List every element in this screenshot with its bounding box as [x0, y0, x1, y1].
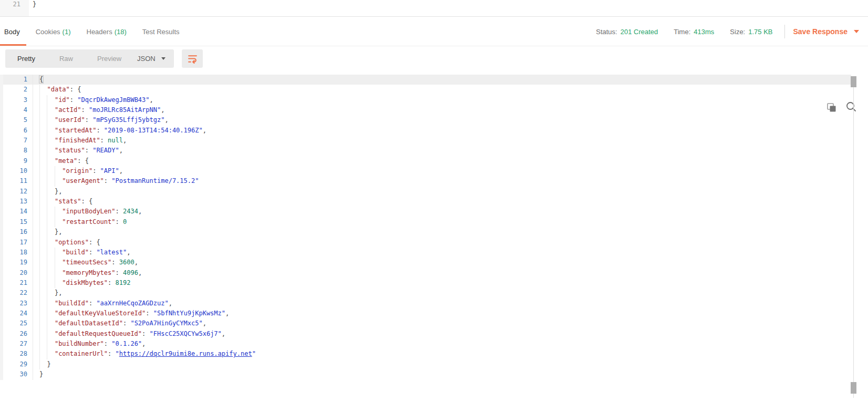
- line-number: 4: [0, 105, 27, 115]
- code-line-text: "finishedAt": null,: [39, 136, 127, 146]
- code-line-text: "restartCount": 0: [39, 217, 127, 227]
- code-line: 19 "timeoutSecs": 3600,: [0, 258, 851, 268]
- tab-label: Headers: [87, 28, 112, 36]
- code-line-text: },: [39, 227, 62, 237]
- line-number: 24: [0, 309, 27, 318]
- code-line: 10 "origin": "API",: [0, 166, 851, 176]
- line-number: 21: [0, 278, 27, 288]
- line-number: 1: [0, 75, 27, 85]
- line-number: 2: [0, 85, 27, 95]
- line-number: 15: [0, 217, 27, 227]
- code-line-text: "userAgent": "PostmanRuntime/7.15.2": [39, 176, 199, 186]
- status-code: Status: 201 Created: [596, 28, 658, 36]
- code-line: 30}: [0, 369, 851, 379]
- line-number: 27: [0, 339, 27, 349]
- code-line: 25 "defaultDatasetId": "S2PoA7HinGyCYMxc…: [0, 318, 851, 328]
- code-line-text: "buildNumber": "0.1.26",: [39, 339, 146, 349]
- code-line: 16 },: [0, 227, 851, 237]
- response-toolbar: PrettyRawPreview JSON: [0, 46, 868, 75]
- code-line-text: "build": "latest",: [39, 248, 130, 258]
- tab-label: Body: [4, 28, 20, 36]
- view-mode-raw[interactable]: Raw: [47, 49, 85, 68]
- code-line-text: },: [39, 288, 62, 298]
- tab-test-results[interactable]: Test Results: [142, 17, 180, 46]
- code-line: 17 "options": {: [0, 238, 851, 248]
- code-line: 4 "actId": "moJRLRc85AitArpNN",: [0, 105, 851, 115]
- line-number: 22: [0, 288, 27, 298]
- code-line: 21 "diskMbytes": 8192: [0, 278, 851, 288]
- line-number: 7: [0, 136, 27, 146]
- code-line-text: {: [39, 75, 43, 85]
- language-dropdown[interactable]: JSON: [129, 49, 174, 68]
- vertical-scrollbar-thumb-top[interactable]: [851, 76, 856, 87]
- code-line: 11 "userAgent": "PostmanRuntime/7.15.2": [0, 176, 851, 186]
- code-line: 8 "status": "READY",: [0, 146, 851, 156]
- code-line: 27 "buildNumber": "0.1.26",: [0, 339, 851, 349]
- response-size: Size: 1.75 KB: [730, 28, 772, 36]
- request-editor-line-number: 21: [0, 0, 29, 16]
- response-meta-bar: BodyCookies(1)Headers(18)Test Results St…: [0, 17, 868, 46]
- line-number: 28: [0, 349, 27, 359]
- line-number: 29: [0, 359, 27, 369]
- line-number: 9: [0, 156, 27, 166]
- container-url-link[interactable]: https://dqclr9uimi8e.runs.apify.net: [119, 350, 252, 357]
- line-number: 8: [0, 146, 27, 156]
- divider: [784, 25, 785, 38]
- code-line: 28 "containerUrl": "https://dqclr9uimi8e…: [0, 349, 851, 359]
- code-line-text: "defaultDatasetId": "S2PoA7HinGyCYMxc5",: [39, 318, 206, 328]
- response-status-cluster: Status: 201 Created Time: 413ms Size: 1.…: [580, 17, 859, 46]
- save-response-caret-icon: [854, 30, 859, 33]
- response-time: Time: 413ms: [674, 28, 714, 36]
- save-response-label: Save Response: [793, 27, 848, 36]
- code-line-text: "diskMbytes": 8192: [39, 278, 130, 288]
- line-number: 6: [0, 126, 27, 136]
- code-line-text: "stats": {: [39, 197, 92, 207]
- status-value: 201 Created: [621, 28, 658, 36]
- response-body-viewer[interactable]: 1{2 "data": {3 "id": "DqcrDkAwegJmBWB43"…: [0, 75, 851, 380]
- vertical-scrollbar-thumb-bottom[interactable]: [851, 382, 856, 394]
- tab-headers[interactable]: Headers(18): [87, 17, 127, 46]
- code-line-text: "defaultRequestQueueId": "FHscC25XQCYw5x…: [39, 329, 225, 339]
- size-label: Size:: [730, 28, 745, 36]
- code-line-text: "memoryMbytes": 4096,: [39, 268, 142, 278]
- code-line: 1{: [0, 75, 851, 85]
- code-line: 26 "defaultRequestQueueId": "FHscC25XQCY…: [0, 329, 851, 339]
- status-label: Status:: [596, 28, 617, 36]
- code-line-text: "options": {: [39, 238, 100, 248]
- chevron-down-icon: [161, 57, 166, 60]
- line-number: 30: [0, 369, 27, 379]
- code-line-text: "startedAt": "2019-08-13T14:54:40.196Z",: [39, 126, 206, 136]
- code-line: 15 "restartCount": 0: [0, 217, 851, 227]
- code-line-text: "status": "READY",: [39, 146, 123, 156]
- line-number: 26: [0, 329, 27, 339]
- code-line-text: "userId": "mPSyG35Lffj5ybtgz",: [39, 115, 169, 125]
- time-value: 413ms: [694, 28, 714, 36]
- line-number: 19: [0, 258, 27, 268]
- code-line-text: "containerUrl": "https://dqclr9uimi8e.ru…: [39, 349, 256, 359]
- view-mode-preview[interactable]: Preview: [85, 49, 133, 68]
- view-mode-segmented-control: PrettyRawPreview: [5, 49, 133, 68]
- code-line: 14 "inputBodyLen": 2434,: [0, 207, 851, 217]
- code-line-text: "data": {: [39, 85, 81, 95]
- tab-label: Cookies: [36, 28, 60, 36]
- tab-cookies[interactable]: Cookies(1): [36, 17, 71, 46]
- code-line-text: }: [39, 369, 43, 379]
- code-line-text: "buildId": "aaXrnHeCqoZAGDzuz",: [39, 299, 172, 309]
- wrap-text-icon: [188, 54, 198, 64]
- code-line-text: },: [39, 187, 62, 197]
- size-value: 1.75 KB: [748, 28, 772, 36]
- code-line: 12 },: [0, 187, 851, 197]
- line-number: 3: [0, 95, 27, 105]
- view-mode-pretty[interactable]: Pretty: [5, 49, 47, 68]
- code-line-text: "actId": "moJRLRc85AitArpNN",: [39, 105, 164, 115]
- code-line: 20 "memoryMbytes": 4096,: [0, 268, 851, 278]
- request-editor-tail[interactable]: 21 }: [0, 0, 868, 17]
- time-label: Time:: [674, 28, 690, 36]
- save-response-button[interactable]: Save Response: [793, 27, 860, 36]
- wrap-text-button[interactable]: [182, 49, 203, 68]
- line-number: 23: [0, 299, 27, 309]
- code-line: 7 "finishedAt": null,: [0, 136, 851, 146]
- tab-body[interactable]: Body: [4, 17, 20, 46]
- code-line: 18 "build": "latest",: [0, 248, 851, 258]
- postman-response-panel: 21 } BodyCookies(1)Headers(18)Test Resul…: [0, 0, 868, 401]
